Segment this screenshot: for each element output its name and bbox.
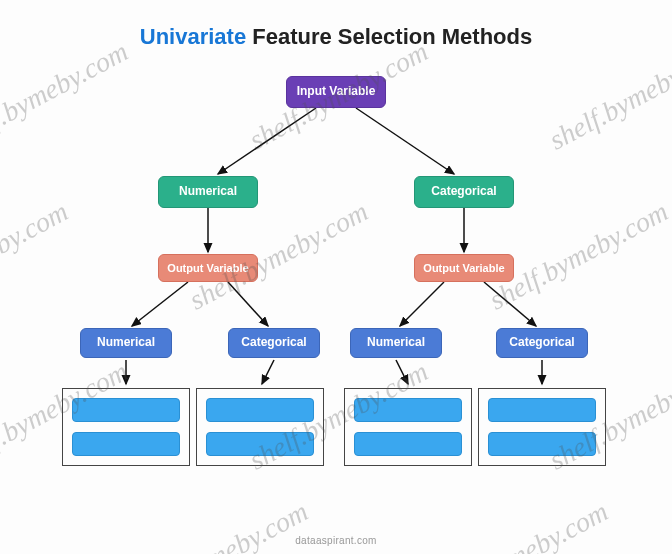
diagram-title: Univariate Feature Selection Methods: [0, 24, 672, 50]
source-attribution: dataaspirant.com: [0, 535, 672, 546]
node-categorical-input: Categorical: [414, 176, 514, 208]
title-rest: Feature Selection Methods: [246, 24, 532, 49]
node-leaf-d: Categorical: [496, 328, 588, 358]
svg-line-7: [484, 282, 536, 326]
node-leaf-a: Numerical: [80, 328, 172, 358]
method-a-2: [72, 432, 180, 456]
method-b-2: [206, 432, 314, 456]
svg-line-0: [218, 108, 316, 174]
node-leaf-c: Numerical: [350, 328, 442, 358]
method-a-1: [72, 398, 180, 422]
node-output-variable-right: Output Variable: [414, 254, 514, 282]
method-c-2: [354, 432, 462, 456]
node-output-variable-left: Output Variable: [158, 254, 258, 282]
watermark-text: shelf.bymeby.com: [544, 36, 672, 157]
method-c-1: [354, 398, 462, 422]
method-d-2: [488, 432, 596, 456]
diagram-stage: Univariate Feature Selection Methods I: [0, 0, 672, 554]
svg-line-4: [132, 282, 188, 326]
svg-line-10: [396, 360, 408, 384]
watermark-text: shelf.bymeby.com: [0, 196, 73, 317]
svg-line-6: [400, 282, 444, 326]
svg-line-9: [262, 360, 274, 384]
watermark-text: shelf.bymeby.com: [0, 36, 133, 157]
method-b-1: [206, 398, 314, 422]
svg-line-1: [356, 108, 454, 174]
svg-line-5: [228, 282, 268, 326]
title-accent: Univariate: [140, 24, 246, 49]
method-d-1: [488, 398, 596, 422]
node-input-variable: Input Variable: [286, 76, 386, 108]
node-leaf-b: Categorical: [228, 328, 320, 358]
node-numerical-input: Numerical: [158, 176, 258, 208]
